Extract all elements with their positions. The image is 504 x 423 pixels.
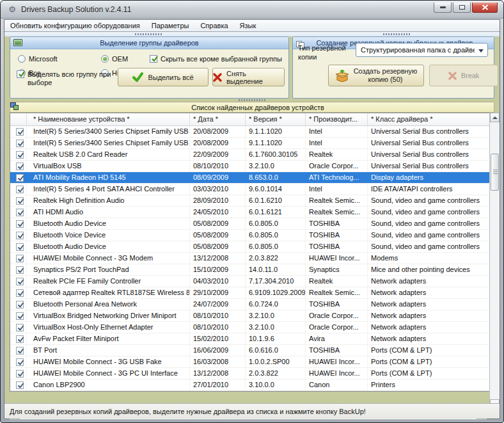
table-row[interactable]: Realtek USB 2.0 Card Reader 22/09/2009 6… xyxy=(10,149,496,161)
table-row[interactable]: Сетевой адаптер Realtek RTL8187SE Wirele… xyxy=(10,287,496,299)
arrow-up-icon xyxy=(492,116,498,119)
create-backup-button[interactable]: Создать резервнуюкопию (50) xyxy=(328,65,424,86)
row-checkbox[interactable] xyxy=(16,370,24,378)
table-row[interactable]: HUAWEI Mobile Connect - 3G USB Fake 16/0… xyxy=(10,356,496,368)
row-checkbox[interactable] xyxy=(16,151,24,159)
table-row[interactable]: BT Port 16/06/2009 6.0.616.0 TOSHIBA Por… xyxy=(10,345,496,356)
row-checkbox[interactable] xyxy=(16,220,24,228)
row-checkbox[interactable] xyxy=(16,381,24,389)
table-row[interactable]: AvFw Packet Filter Miniport 15/02/2010 1… xyxy=(10,333,496,345)
row-checkbox[interactable] xyxy=(16,209,24,216)
selection-panel-header[interactable]: Выделение группы драйверов xyxy=(10,37,288,49)
row-checkbox[interactable] xyxy=(16,347,24,355)
radio-microsoft[interactable]: Microsoft xyxy=(18,55,58,63)
table-row[interactable]: Realtek PCIe FE Family Controller 04/03/… xyxy=(10,276,496,287)
row-checkbox-cell xyxy=(10,299,27,310)
table-row[interactable]: Bluetooth Audio Device 05/08/2009 6.0.80… xyxy=(10,218,496,230)
title-bar[interactable]: ⚙ Drivers Backup Solution v.2.4.11 xyxy=(1,1,503,19)
table-row[interactable]: VirtualBox USB 08/10/2010 3.2.10.0 Oracl… xyxy=(10,161,496,172)
cell-date: 05/08/2009 xyxy=(190,230,246,241)
table-row[interactable]: Intel(R) 5 Series 4 Port SATA AHCI Contr… xyxy=(10,184,496,195)
row-checkbox[interactable] xyxy=(16,163,24,170)
row-checkbox[interactable] xyxy=(16,174,24,182)
menu-options[interactable]: Параметры xyxy=(146,20,195,31)
check-icon xyxy=(17,312,25,321)
cell-manufacturer: Oracle Corpor... xyxy=(306,161,368,172)
row-checkbox[interactable] xyxy=(16,358,24,366)
row-checkbox[interactable] xyxy=(16,140,24,147)
row-checkbox[interactable] xyxy=(16,335,24,343)
column-version[interactable]: * Версия * xyxy=(246,113,306,125)
table-row[interactable]: Intel(R) 5 Series/3400 Series Chipset Fa… xyxy=(10,138,496,149)
row-checkbox-cell xyxy=(10,379,27,390)
row-checkbox[interactable] xyxy=(16,128,24,136)
table-row[interactable]: Realtek High Definition Audio 28/09/2010… xyxy=(10,195,496,207)
cell-device-name: VirtualBox Bridged Networking Driver Min… xyxy=(27,310,190,321)
row-checkbox[interactable] xyxy=(16,301,24,308)
table-row[interactable]: ATI Mobility Radeon HD 5145 08/09/2009 8… xyxy=(10,172,496,184)
vertical-scroll-thumb[interactable] xyxy=(491,154,499,191)
row-checkbox[interactable] xyxy=(16,232,24,239)
close-button[interactable] xyxy=(472,3,498,13)
driver-list-header-bar[interactable]: Список найденных драйверов устройств xyxy=(10,102,494,113)
driver-list-icon xyxy=(13,104,22,111)
menu-help[interactable]: Справка xyxy=(194,20,233,31)
row-checkbox[interactable] xyxy=(16,266,24,274)
table-row[interactable]: HUAWEI Mobile Connect - 3G Modem 13/12/2… xyxy=(10,253,496,264)
column-driver-class[interactable]: * Класс драйвера * xyxy=(368,113,487,125)
table-row[interactable]: VirtualBox Host-Only Ethernet Adapter 08… xyxy=(10,322,496,333)
table-row[interactable]: Bluetooth Voice Device 05/08/2009 6.0.80… xyxy=(10,230,496,241)
row-checkbox[interactable] xyxy=(16,278,24,285)
column-checkbox[interactable] xyxy=(10,113,27,125)
cell-manufacturer: Intel xyxy=(306,138,368,148)
table-row[interactable]: Canon LBP2900 27/01/2010 3.10.0.0 Canon … xyxy=(10,379,496,391)
table-row[interactable]: Intel(R) 5 Series/3400 Series Chipset Fa… xyxy=(10,126,496,138)
cell-version: 6.1.7600.30105 xyxy=(246,149,306,160)
table-row[interactable]: Bluetooth Audio Device 05/08/2009 6.0.80… xyxy=(10,241,496,253)
clear-selection-button[interactable]: Снять выделение xyxy=(212,68,285,86)
radio-oem[interactable]: OEM xyxy=(101,55,128,63)
column-manufacturer[interactable]: * Производит... xyxy=(306,113,368,125)
row-checkbox[interactable] xyxy=(16,255,24,262)
cell-manufacturer: Avira xyxy=(306,333,368,344)
hide-others-checkbox[interactable]: Скрыть все кроме выбранной группы xyxy=(150,55,282,63)
check-icon xyxy=(17,347,25,355)
break-button[interactable]: Break xyxy=(429,65,498,86)
left-panel-grip[interactable] xyxy=(135,33,163,35)
table-row[interactable]: HUAWEI Mobile Connect - 3G PC UI Interfa… xyxy=(10,368,496,379)
row-checkbox[interactable] xyxy=(16,289,24,297)
minimize-button[interactable] xyxy=(434,3,452,13)
toolbar-strip xyxy=(4,32,500,36)
backup-type-dropdown[interactable]: Структурированная папка с драйверами xyxy=(356,43,488,57)
column-date[interactable]: * Дата * xyxy=(190,113,246,125)
table-row[interactable]: Synaptics PS/2 Port TouchPad 15/10/2009 … xyxy=(10,264,496,276)
cell-version: 8.653.0.0 xyxy=(246,172,306,183)
row-checkbox[interactable] xyxy=(16,186,24,193)
table-row[interactable]: ATI HDMI Audio 24/05/2010 6.0.1.6121 Rea… xyxy=(10,207,496,218)
vertical-scrollbar[interactable] xyxy=(489,113,500,409)
right-panel-grip[interactable] xyxy=(383,33,411,35)
table-row[interactable]: VirtualBox Bridged Networking Driver Min… xyxy=(10,310,496,322)
table-row[interactable]: Bluetooth Personal Area Network 24/07/20… xyxy=(10,299,496,310)
scroll-up-button[interactable] xyxy=(490,113,500,122)
table-panel-grip[interactable] xyxy=(239,99,267,101)
cell-driver-class: Universal Serial Bus controllers xyxy=(368,149,487,160)
row-checkbox[interactable] xyxy=(16,324,24,331)
cell-manufacturer: Realtek xyxy=(306,149,368,160)
cell-version: 6.0.805.0 xyxy=(246,241,306,252)
row-checkbox[interactable] xyxy=(16,197,24,205)
check-icon xyxy=(17,197,25,205)
menu-language[interactable]: Язык xyxy=(234,20,262,31)
row-checkbox[interactable] xyxy=(16,312,24,320)
hide-others-checkbox-label: Скрыть все кроме выбранной группы xyxy=(161,55,282,63)
select-whole-group-checkbox[interactable]: Выделять всю группу при выборе xyxy=(17,70,113,87)
maximize-button[interactable] xyxy=(453,3,471,13)
column-device-name[interactable]: * Наименование устройства * xyxy=(27,113,190,125)
menu-refresh-config[interactable]: Обновить конфигурацию оборудования xyxy=(4,20,146,31)
green-check-icon xyxy=(132,72,143,82)
row-checkbox-cell xyxy=(10,207,27,218)
row-checkbox[interactable] xyxy=(16,243,24,251)
cell-device-name: Synaptics PS/2 Port TouchPad xyxy=(27,264,190,275)
select-all-button[interactable]: Выделить всё xyxy=(118,68,209,86)
check-icon xyxy=(17,220,25,228)
